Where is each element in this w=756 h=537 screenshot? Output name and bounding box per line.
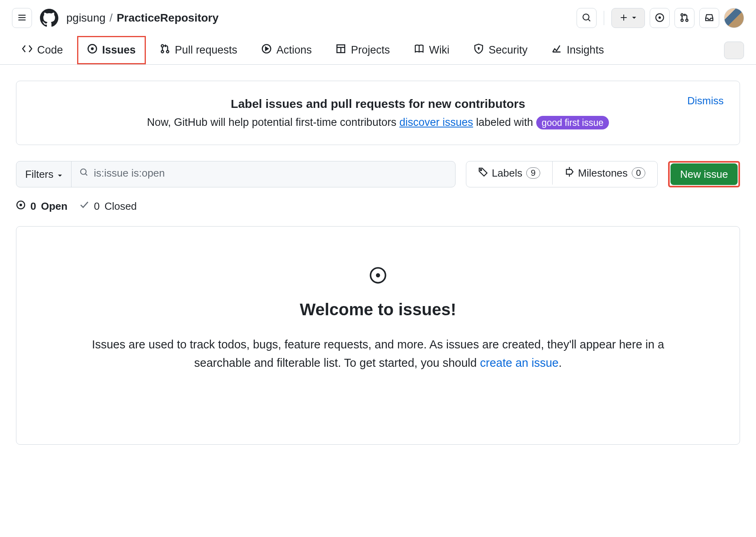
blank-text: Issues are used to track todos, bugs, fe… bbox=[64, 335, 692, 372]
breadcrumb-separator: / bbox=[109, 12, 113, 24]
tab-label: Projects bbox=[351, 44, 390, 56]
shield-icon bbox=[473, 44, 484, 57]
issues-toolbar: Filters Labels 9 Milestones 0 New issue bbox=[16, 161, 740, 187]
create-issue-link[interactable]: create an issue bbox=[480, 356, 559, 369]
tab-insights[interactable]: Insights bbox=[541, 36, 614, 64]
git-pull-request-icon bbox=[160, 44, 170, 57]
new-issue-button[interactable]: New issue bbox=[670, 163, 738, 185]
open-count: 0 bbox=[30, 200, 36, 213]
repo-link[interactable]: PracticeRepository bbox=[117, 12, 219, 24]
search-input[interactable] bbox=[94, 167, 447, 179]
svg-point-3 bbox=[583, 14, 589, 20]
notice-title: Label issues and pull requests for new c… bbox=[32, 97, 724, 111]
tab-wiki[interactable]: Wiki bbox=[404, 36, 460, 64]
filters-label: Filters bbox=[25, 168, 54, 181]
search-button[interactable] bbox=[577, 8, 597, 28]
open-issues-tab[interactable]: 0 Open bbox=[16, 200, 68, 213]
svg-point-9 bbox=[681, 14, 683, 16]
svg-line-4 bbox=[589, 19, 591, 21]
play-circle-icon bbox=[261, 44, 272, 57]
milestones-button[interactable]: Milestones 0 bbox=[552, 161, 658, 185]
avatar[interactable] bbox=[724, 8, 744, 28]
svg-point-33 bbox=[20, 204, 22, 206]
svg-point-29 bbox=[81, 169, 86, 175]
svg-point-14 bbox=[91, 48, 93, 50]
closed-issues-tab[interactable]: 0 Closed bbox=[80, 200, 137, 213]
inbox-icon bbox=[704, 13, 714, 24]
owner-link[interactable]: pgisung bbox=[66, 12, 105, 24]
blank-state: Welcome to issues! Issues are used to tr… bbox=[16, 226, 740, 445]
tab-projects[interactable]: Projects bbox=[326, 36, 400, 64]
tab-label: Issues bbox=[102, 44, 136, 56]
issue-circle-icon bbox=[64, 267, 692, 284]
check-icon bbox=[80, 200, 89, 213]
tab-label: Pull requests bbox=[175, 44, 237, 56]
milestones-label: Milestones bbox=[578, 167, 628, 179]
notice-text-before: Now, GitHub will help potential first-ti… bbox=[147, 116, 400, 128]
svg-point-16 bbox=[161, 50, 163, 53]
open-label: Open bbox=[41, 200, 67, 213]
tab-label: Insights bbox=[567, 44, 604, 56]
state-tabs: 0 Open 0 Closed bbox=[16, 200, 740, 213]
svg-point-17 bbox=[166, 50, 169, 53]
labels-button[interactable]: Labels 9 bbox=[466, 161, 552, 185]
pull-requests-button[interactable] bbox=[674, 8, 694, 28]
tab-pull-requests[interactable]: Pull requests bbox=[150, 36, 247, 64]
contributor-notice: Dismiss Label issues and pull requests f… bbox=[16, 81, 740, 145]
closed-count: 0 bbox=[94, 200, 99, 213]
milestone-icon bbox=[565, 167, 574, 179]
blank-text-before: Issues are used to track todos, bugs, fe… bbox=[92, 338, 664, 369]
blank-text-after: . bbox=[559, 356, 562, 369]
hamburger-icon bbox=[17, 13, 27, 24]
caret-down-icon bbox=[58, 168, 62, 181]
svg-point-10 bbox=[681, 19, 683, 21]
caret-down-icon bbox=[632, 15, 637, 21]
graph-icon bbox=[551, 44, 562, 57]
search-icon bbox=[80, 168, 88, 178]
tab-code[interactable]: Code bbox=[12, 36, 73, 64]
project-icon bbox=[336, 44, 346, 57]
labels-milestones-group: Labels 9 Milestones 0 bbox=[466, 161, 658, 187]
svg-line-30 bbox=[86, 174, 87, 175]
inbox-button[interactable] bbox=[699, 8, 719, 28]
plus-icon bbox=[620, 14, 628, 23]
svg-point-31 bbox=[480, 169, 481, 171]
issue-circle-icon bbox=[16, 200, 26, 213]
tab-actions[interactable]: Actions bbox=[251, 36, 322, 64]
menu-button[interactable] bbox=[12, 8, 32, 28]
milestones-count: 0 bbox=[632, 167, 645, 179]
code-icon bbox=[22, 44, 32, 57]
svg-point-11 bbox=[686, 19, 688, 21]
git-pull-request-icon bbox=[680, 13, 689, 24]
create-new-button[interactable] bbox=[611, 8, 645, 28]
discover-issues-link[interactable]: discover issues bbox=[399, 116, 473, 128]
more-tabs-button[interactable] bbox=[724, 42, 744, 59]
repo-tabs: Code Issues Pull requests Actions Projec… bbox=[0, 36, 756, 65]
tab-security[interactable]: Security bbox=[464, 36, 538, 64]
filters-button[interactable]: Filters bbox=[16, 161, 72, 187]
tab-label: Wiki bbox=[429, 44, 450, 56]
svg-point-15 bbox=[161, 45, 163, 47]
notice-text: Now, GitHub will help potential first-ti… bbox=[32, 116, 724, 129]
search-icon bbox=[582, 13, 591, 24]
svg-point-35 bbox=[377, 274, 380, 277]
divider bbox=[604, 11, 604, 25]
labels-label: Labels bbox=[492, 167, 523, 179]
tab-label: Actions bbox=[277, 44, 312, 56]
issues-button[interactable] bbox=[650, 8, 670, 28]
good-first-issue-badge[interactable]: good first issue bbox=[536, 116, 609, 129]
tab-issues[interactable]: Issues bbox=[77, 36, 146, 64]
tab-label: Code bbox=[37, 44, 63, 56]
issue-circle-icon bbox=[87, 44, 97, 57]
closed-label: Closed bbox=[104, 200, 137, 213]
labels-count: 9 bbox=[526, 167, 540, 179]
search-field[interactable] bbox=[72, 161, 455, 185]
dismiss-link[interactable]: Dismiss bbox=[687, 95, 724, 107]
new-issue-highlight: New issue bbox=[668, 161, 740, 187]
svg-point-8 bbox=[659, 17, 661, 18]
book-icon bbox=[414, 44, 424, 57]
breadcrumb: pgisung / PracticeRepository bbox=[66, 12, 219, 24]
filters-group: Filters bbox=[16, 161, 456, 187]
github-logo[interactable] bbox=[39, 8, 59, 28]
notice-text-after: labeled with bbox=[473, 116, 536, 128]
